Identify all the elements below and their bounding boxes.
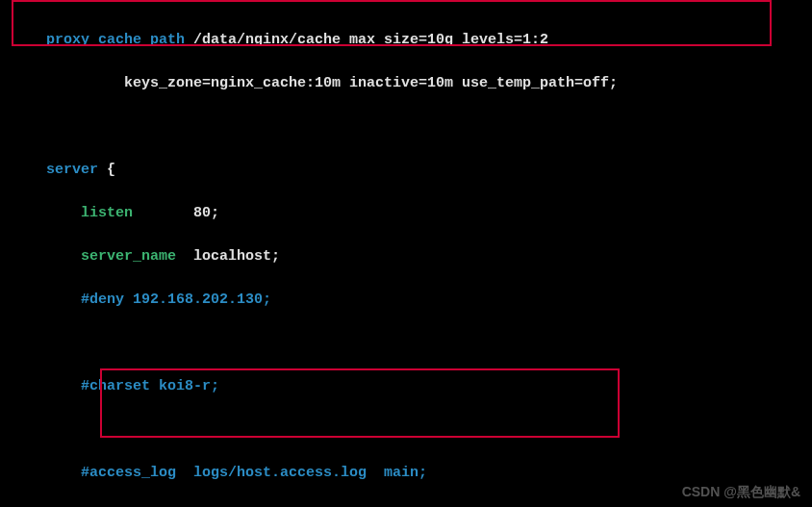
code-line: listen 80; (12, 203, 800, 225)
code-line: keys_zone=nginx_cache:10m inactive=10m u… (12, 73, 800, 95)
comment-deny: #deny 192.168.202.130; (81, 292, 271, 308)
blank-line (12, 116, 800, 139)
highlight-box-bottom (100, 368, 620, 438)
directive-server-name: server_name (81, 248, 176, 265)
code-line: #deny 192.168.202.130; (12, 290, 800, 312)
blank-line (12, 333, 800, 355)
directive-server: server (12, 162, 98, 178)
watermark: CSDN @黑色幽默& (682, 484, 800, 501)
code-line: server { (12, 160, 800, 182)
code-line: #access_log logs/host.access.log main; (12, 463, 800, 485)
comment-access-log: #access_log logs/host.access.log main; (81, 465, 427, 481)
code-line: server_name localhost; (12, 246, 800, 268)
directive-listen: listen (81, 205, 133, 221)
highlight-box-top (12, 0, 772, 46)
